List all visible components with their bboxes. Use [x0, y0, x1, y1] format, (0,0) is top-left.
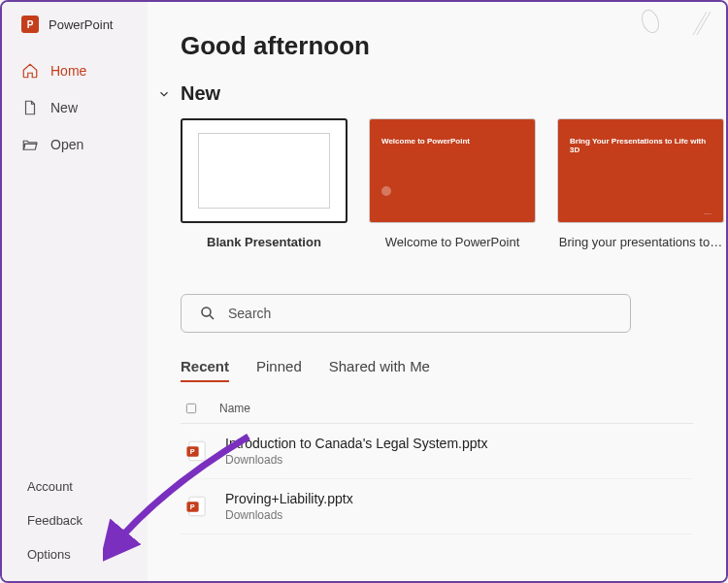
folder-open-icon	[21, 136, 39, 153]
file-location: Downloads	[225, 508, 353, 522]
thumb-title: Bring Your Presentations to Life with 3D	[570, 137, 711, 154]
main-content: Good afternoon New Blank Presentation We…	[148, 2, 726, 581]
file-name: Proving+Liability.pptx	[225, 491, 353, 506]
file-row[interactable]: P Introduction to Canada's Legal System.…	[181, 424, 693, 479]
select-all-checkbox[interactable]	[184, 402, 200, 415]
template-welcome[interactable]: Welcome to PowerPoint Welcome to PowerPo…	[369, 118, 536, 249]
tab-shared[interactable]: Shared with Me	[329, 358, 430, 382]
checkbox-icon	[184, 402, 198, 415]
template-thumb: Bring Your Presentations to Life with 3D…	[557, 118, 724, 223]
nav-new[interactable]: New	[2, 89, 148, 126]
greeting: Good afternoon	[181, 31, 693, 61]
thumb-decor: ——	[570, 211, 711, 215]
template-thumb	[181, 118, 347, 223]
section-title: New	[181, 82, 220, 105]
file-location: Downloads	[225, 453, 487, 467]
tab-pinned[interactable]: Pinned	[256, 358, 302, 382]
home-icon	[21, 62, 39, 80]
sidebar: P PowerPoint Home New Open Account Feedb…	[2, 2, 148, 581]
nav-home[interactable]: Home	[2, 52, 148, 89]
thumb-title: Welcome to PowerPoint	[381, 137, 523, 146]
nav-label: Feedback	[27, 513, 83, 528]
template-3d[interactable]: Bring Your Presentations to Life with 3D…	[557, 118, 724, 249]
svg-text:P: P	[190, 447, 195, 456]
file-name: Introduction to Canada's Legal System.pp…	[225, 436, 487, 451]
nav-label: Account	[27, 479, 73, 494]
svg-point-0	[202, 308, 211, 316]
document-icon	[21, 99, 39, 116]
nav-options[interactable]: Options	[2, 537, 148, 571]
file-list-header: Name	[181, 394, 693, 424]
nav-label: Home	[50, 63, 86, 79]
template-label: Bring your presentations to…	[557, 235, 724, 249]
nav-feedback[interactable]: Feedback	[2, 503, 148, 537]
nav-label: Open	[50, 137, 83, 152]
column-name[interactable]: Name	[219, 402, 250, 415]
thumb-subtitle	[381, 149, 523, 155]
nav-open[interactable]: Open	[2, 126, 148, 163]
template-thumb: Welcome to PowerPoint	[369, 118, 536, 223]
nav-account[interactable]: Account	[2, 470, 148, 503]
thumb-logo-icon	[381, 186, 391, 196]
search-box[interactable]	[181, 294, 631, 333]
app-title: P PowerPoint	[2, 10, 148, 52]
template-gallery: Blank Presentation Welcome to PowerPoint…	[181, 118, 693, 249]
svg-rect-1	[186, 404, 195, 412]
powerpoint-icon: P	[21, 16, 39, 33]
pptx-file-icon: P	[184, 494, 210, 519]
nav-label: New	[50, 100, 78, 115]
file-tabs: Recent Pinned Shared with Me	[181, 358, 693, 382]
template-blank[interactable]: Blank Presentation	[181, 118, 347, 249]
app-name: PowerPoint	[49, 17, 113, 32]
tab-recent[interactable]: Recent	[181, 358, 229, 382]
svg-text:P: P	[190, 502, 195, 511]
chevron-down-icon	[157, 87, 171, 101]
new-section-header[interactable]: New	[157, 82, 693, 105]
template-label: Blank Presentation	[181, 235, 347, 249]
pptx-file-icon: P	[184, 438, 210, 464]
search-input[interactable]	[228, 306, 612, 321]
template-label: Welcome to PowerPoint	[369, 235, 536, 249]
search-icon	[199, 305, 216, 322]
nav-label: Options	[27, 547, 71, 562]
file-row[interactable]: P Proving+Liability.pptx Downloads	[181, 479, 693, 534]
